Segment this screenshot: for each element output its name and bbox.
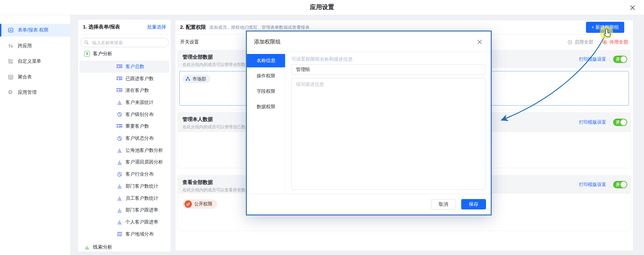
save-button[interactable]: 保存 xyxy=(461,199,486,209)
bar-report-icon xyxy=(114,183,124,189)
form-item[interactable]: 4,80客户总数 xyxy=(79,61,169,73)
toggle-on-label: 开 xyxy=(616,120,620,125)
modal-header: 添加权限组 xyxy=(247,31,491,52)
batch-select-link[interactable]: 批量选择 xyxy=(147,24,166,30)
modal-tab-3[interactable]: 字段权限 xyxy=(247,85,285,98)
form-item[interactable]: 客户级别分布 xyxy=(79,109,169,121)
play-circle-icon xyxy=(567,40,573,45)
app-settings-page: 应用设置 表单/报表 权限跨应用自定义菜单聚合表⚙应用管理 1. 选择表单/报表… xyxy=(0,0,644,255)
section-toggle-on[interactable]: 开 xyxy=(613,181,627,188)
group-description-textarea[interactable] xyxy=(291,78,486,190)
sidebar-item-4[interactable]: 聚合表 xyxy=(0,71,70,83)
toggle-knob xyxy=(621,56,627,62)
modal-tab-4[interactable]: 数据权限 xyxy=(247,100,285,114)
disable-all-button[interactable]: 停用全部 xyxy=(602,39,628,45)
bar-report-icon xyxy=(114,147,124,153)
divider xyxy=(609,182,610,188)
disable-all-label: 停用全部 xyxy=(609,39,628,45)
modal-tab-rail: 名称信息操作权限字段权限数据权限 xyxy=(247,52,285,194)
sidebar-item-label: 自定义菜单 xyxy=(18,58,41,64)
search-icon xyxy=(84,40,89,45)
letter-A-icon: A xyxy=(84,51,90,57)
config-panel-title: 2. 配置权限 xyxy=(180,24,206,30)
member-chip-label: 市场部 xyxy=(193,76,206,82)
toggle-on-label: 开 xyxy=(616,56,620,62)
form-item[interactable]: 客户退回原因分析 xyxy=(79,156,169,169)
sidebar-item-1[interactable]: 表单/报表 权限 xyxy=(0,24,70,37)
sidebar-item-label: 跨应用 xyxy=(18,43,32,49)
form-item[interactable]: 客户行业分布 xyxy=(79,168,169,180)
enable-all-label: 启用全部 xyxy=(575,39,593,45)
divider xyxy=(609,56,610,62)
bar-report-icon xyxy=(114,219,124,225)
form-select-panel: 1. 选择表单/报表 批量选择 A客户分析4,80客户总数4,80已跟进客户数4… xyxy=(78,20,171,252)
modal-footer: 取消 保存 xyxy=(247,194,491,214)
title-bar: 应用设置 xyxy=(0,0,644,15)
org-tree-icon xyxy=(185,76,191,82)
switch-settings-label: 开关设置 xyxy=(180,39,199,45)
search-input[interactable] xyxy=(92,40,165,46)
sidebar-item-label: 表单/报表 权限 xyxy=(18,27,49,33)
modal-close-icon[interactable] xyxy=(476,38,483,46)
form-item[interactable]: 客户来源统计 xyxy=(79,97,169,109)
group-name-input[interactable] xyxy=(291,64,486,75)
form-item-label: 员工客户数统计 xyxy=(125,195,158,201)
cross-app-icon xyxy=(8,43,14,49)
section-toggle-on[interactable]: 开 xyxy=(613,56,627,63)
gear-icon: ⚙ xyxy=(8,89,14,95)
section-toggle-on[interactable]: 开 xyxy=(613,119,627,126)
page-close-icon[interactable] xyxy=(629,4,637,12)
form-item-label: 部门客户数统计 xyxy=(125,183,158,189)
sidebar-item-label: 聚合表 xyxy=(18,74,32,80)
form-item-label: 客户总数 xyxy=(125,64,144,70)
stop-circle-icon xyxy=(602,40,607,45)
form-item[interactable]: 客户地域分布 xyxy=(79,228,169,240)
add-permission-group-modal: 添加权限组 名称信息操作权限字段权限数据权限 可设置权限组名称和描述信息 取消 … xyxy=(246,30,492,215)
new-permission-group-button[interactable]: + 新建权限组 xyxy=(586,22,624,33)
form-item[interactable]: 客户状态分布 xyxy=(79,132,169,144)
bar-report-icon xyxy=(114,207,124,213)
form-item[interactable]: 4,80潜在客户数 xyxy=(79,84,169,97)
cancel-button[interactable]: 取消 xyxy=(431,199,456,209)
pie-report-icon xyxy=(114,136,124,141)
number-report-icon: 4,80 xyxy=(114,124,124,128)
form-search-box[interactable] xyxy=(80,38,169,47)
number-report-icon: 4,80 xyxy=(114,65,124,69)
member-chip[interactable]: 公开权限 xyxy=(182,199,217,209)
form-item-label: 客户级别分布 xyxy=(125,112,154,118)
form-group-2[interactable]: 线索分析 xyxy=(78,242,171,252)
form-item-label: 客户行业分布 xyxy=(125,171,154,177)
divider xyxy=(609,119,610,125)
print-template-link[interactable]: 打印模版设置 xyxy=(579,182,606,188)
form-report-icon xyxy=(8,27,14,33)
modal-hint-text: 可设置权限组名称和描述信息 xyxy=(291,56,353,62)
form-item[interactable]: 员工客户数统计 xyxy=(79,192,169,204)
form-item[interactable]: 公海池客户数分析 xyxy=(79,144,169,156)
form-item[interactable]: 个人客户跟进率 xyxy=(79,216,169,228)
sidebar-item-2[interactable]: 跨应用 xyxy=(0,40,70,52)
sidebar: 表单/报表 权限跨应用自定义菜单聚合表⚙应用管理 xyxy=(0,15,70,255)
form-item-label: 个人客户跟进率 xyxy=(125,219,158,225)
form-item[interactable]: 4,80已跟进客户数 xyxy=(79,73,169,85)
config-panel-subtitle: 添加成员，授权他们填写、管理表单数据或查看报表 xyxy=(209,24,310,30)
form-panel-header: 1. 选择表单/报表 批量选择 xyxy=(78,20,171,35)
sidebar-item-5[interactable]: ⚙应用管理 xyxy=(0,86,70,99)
form-group-1[interactable]: A客户分析 xyxy=(78,48,171,59)
member-chip-label: 公开权限 xyxy=(194,201,212,207)
modal-tab-1[interactable]: 名称信息 xyxy=(247,54,285,67)
aggregate-table-icon xyxy=(8,74,14,80)
print-template-link[interactable]: 打印模版设置 xyxy=(579,56,606,62)
form-item[interactable]: 4,80重要客户数 xyxy=(79,121,169,133)
toggle-knob xyxy=(621,182,627,188)
modal-tab-2[interactable]: 操作权限 xyxy=(247,69,285,83)
member-chip[interactable]: 市场部 xyxy=(182,75,210,83)
form-item[interactable]: 部门客户数统计 xyxy=(79,180,169,192)
print-template-link[interactable]: 打印模版设置 xyxy=(579,119,606,125)
form-group-label: 线索分析 xyxy=(93,244,112,250)
form-item[interactable]: 部门客户跟进率 xyxy=(79,204,169,216)
green-bars-icon xyxy=(84,244,90,250)
enable-all-button[interactable]: 启用全部 xyxy=(567,39,593,45)
form-item-label: 客户状态分布 xyxy=(125,135,154,141)
sidebar-item-3[interactable]: 自定义菜单 xyxy=(0,55,70,68)
pie-report-icon xyxy=(114,172,124,177)
